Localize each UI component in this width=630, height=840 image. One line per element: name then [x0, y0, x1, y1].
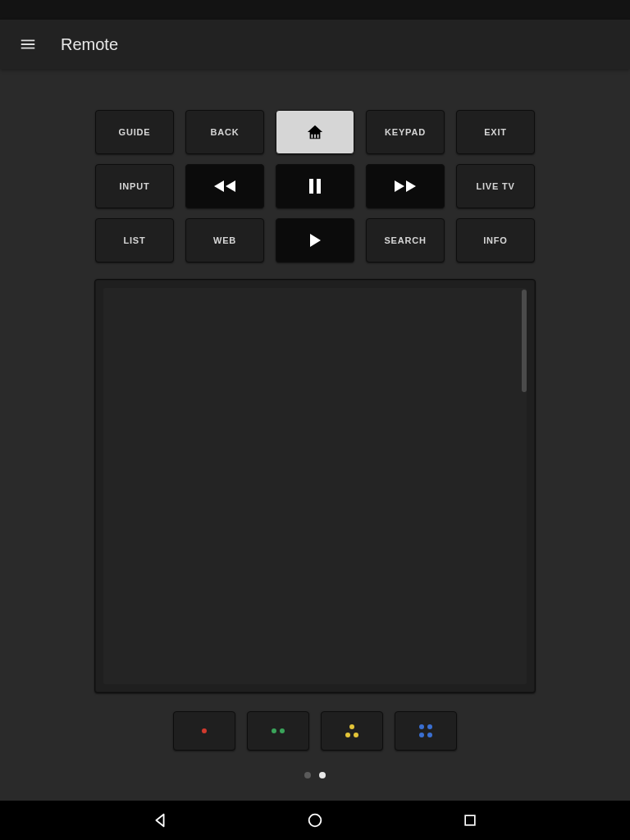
info-button[interactable]: INFO	[456, 218, 535, 262]
dot-icon	[345, 733, 350, 737]
svg-rect-2	[317, 135, 319, 139]
toolbar-title: Remote	[61, 35, 118, 54]
yellow-color-button[interactable]	[321, 711, 383, 751]
trackpad-surface[interactable]	[103, 288, 527, 684]
rewind-icon	[211, 179, 239, 194]
svg-rect-1	[314, 135, 316, 139]
home-icon	[306, 124, 324, 140]
dot-icon	[427, 733, 432, 737]
pause-icon	[308, 179, 322, 194]
app-area: Remote GUIDE BACK KEYPAD EXIT INPUT	[0, 20, 630, 801]
remote-button-grid: GUIDE BACK KEYPAD EXIT INPUT	[94, 110, 536, 262]
home-button[interactable]	[276, 110, 354, 154]
page-dot-0[interactable]	[304, 772, 311, 778]
input-button[interactable]: INPUT	[95, 164, 174, 208]
dot-icon	[349, 724, 354, 729]
dot-icon	[419, 724, 424, 729]
nav-recent-button[interactable]	[445, 801, 495, 840]
rewind-button[interactable]	[185, 164, 264, 208]
page-indicator	[94, 772, 536, 778]
dot-icon	[354, 733, 358, 737]
android-status-bar	[0, 0, 630, 20]
nav-home-button[interactable]	[290, 801, 340, 840]
fast-forward-icon	[391, 179, 419, 194]
svg-point-5	[309, 815, 322, 827]
live-tv-button[interactable]: LIVE TV	[456, 164, 535, 208]
nav-back-button[interactable]	[135, 801, 185, 840]
page-dot-1[interactable]	[319, 772, 326, 778]
svg-rect-4	[317, 179, 321, 194]
dot-icon	[419, 733, 424, 737]
keypad-button[interactable]: KEYPAD	[366, 110, 445, 154]
dot-icon	[202, 728, 207, 733]
pause-button[interactable]	[276, 164, 354, 208]
web-button[interactable]: WEB	[185, 218, 264, 262]
fast-forward-button[interactable]	[366, 164, 445, 208]
scroll-indicator	[522, 290, 527, 392]
dot-icon	[280, 728, 285, 733]
green-color-button[interactable]	[247, 711, 309, 751]
back-button[interactable]: BACK	[185, 110, 264, 154]
red-color-button[interactable]	[173, 711, 235, 751]
svg-rect-6	[465, 815, 475, 825]
dot-icon	[272, 728, 276, 733]
play-icon	[308, 233, 322, 248]
dot-icon	[427, 724, 432, 729]
hamburger-menu-icon[interactable]	[8, 25, 48, 64]
exit-button[interactable]: EXIT	[456, 110, 535, 154]
search-button[interactable]: SEARCH	[366, 218, 445, 262]
app-toolbar: Remote	[0, 20, 630, 69]
color-button-row	[94, 711, 536, 751]
trackpad-area[interactable]	[94, 279, 536, 693]
remote-content: GUIDE BACK KEYPAD EXIT INPUT	[0, 69, 630, 778]
svg-rect-0	[311, 135, 313, 139]
guide-button[interactable]: GUIDE	[95, 110, 174, 154]
android-nav-bar	[0, 801, 630, 840]
blue-color-button[interactable]	[395, 711, 457, 751]
play-button[interactable]	[276, 218, 354, 262]
list-button[interactable]: LIST	[95, 218, 174, 262]
svg-rect-3	[309, 179, 313, 194]
